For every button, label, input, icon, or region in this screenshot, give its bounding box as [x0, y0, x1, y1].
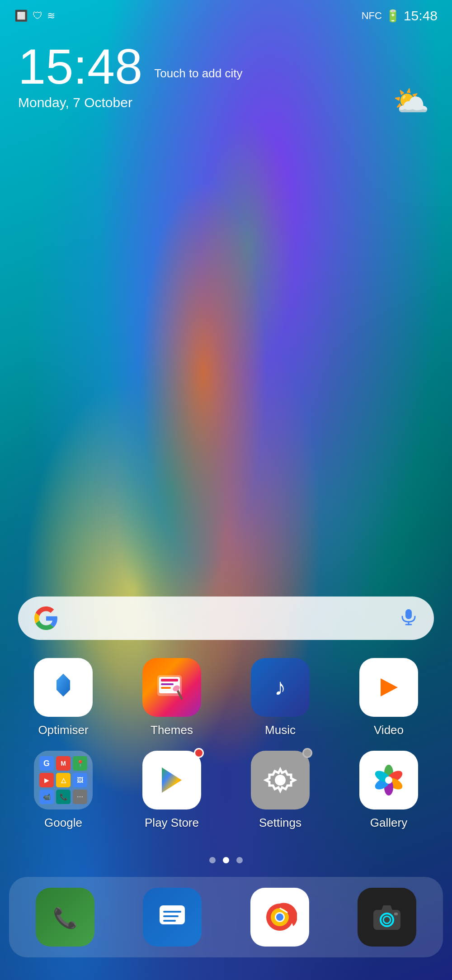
svg-rect-6	[161, 683, 174, 685]
clock-time-text: 15:48	[18, 42, 142, 91]
touch-city-text[interactable]: Touch to add city	[154, 67, 242, 79]
themes-icon	[142, 658, 201, 717]
dock-chrome[interactable]	[228, 888, 331, 947]
page-dots	[0, 848, 452, 877]
settings-icon	[251, 751, 310, 810]
dot-1[interactable]	[209, 857, 216, 863]
battery-icon: 🔋	[386, 9, 400, 23]
svg-point-20	[385, 776, 392, 784]
gallery-icon	[359, 751, 418, 810]
sim-icon: 🔲	[14, 9, 28, 22]
settings-badge	[302, 748, 312, 758]
google-folder-label: Google	[44, 816, 82, 830]
nfc-icon: NFC	[362, 10, 382, 22]
chrome-icon	[250, 888, 309, 947]
app-video[interactable]: Video	[334, 658, 443, 737]
app-playstore[interactable]: Play Store	[118, 751, 226, 830]
gallery-label: Gallery	[370, 816, 407, 830]
svg-marker-11	[381, 678, 398, 696]
playstore-icon	[142, 751, 201, 810]
app-grid: Optimiser Themes	[0, 658, 452, 848]
video-label: Video	[374, 723, 404, 737]
video-icon	[359, 658, 418, 717]
music-label: Music	[265, 723, 296, 737]
app-music[interactable]: ♪ Music	[226, 658, 334, 737]
settings-label: Settings	[259, 816, 301, 830]
app-google-folder[interactable]: G M 📍 ▶ △ 🖼	[9, 751, 118, 830]
optimiser-label: Optimiser	[38, 723, 88, 737]
status-time: 15:48	[404, 8, 438, 24]
search-bar[interactable]	[18, 597, 434, 640]
status-left-icons: 🔲 🛡 ≋	[14, 9, 55, 22]
phone-icon: 📞	[36, 888, 94, 947]
app-themes[interactable]: Themes	[118, 658, 226, 737]
weather-widget[interactable]: ⛅	[393, 82, 429, 118]
dock-phone[interactable]: 📞	[14, 888, 117, 947]
svg-point-13	[275, 775, 286, 786]
svg-text:♪: ♪	[274, 674, 286, 700]
google-folder-icon: G M 📍 ▶ △ 🖼	[34, 751, 93, 810]
playstore-badge	[194, 748, 204, 758]
mic-icon[interactable]	[400, 607, 418, 630]
status-bar: 🔲 🛡 ≋ NFC 🔋 15:48	[0, 0, 452, 28]
svg-rect-0	[405, 609, 412, 619]
clock-display: 15:48 Touch to add city	[18, 42, 434, 91]
clock-date: Monday, 7 October	[18, 95, 434, 110]
music-icon: ♪	[251, 658, 310, 717]
dock-camera[interactable]	[336, 888, 439, 947]
dot-2[interactable]	[223, 857, 229, 863]
wifi-icon: ≋	[47, 10, 55, 22]
app-gallery[interactable]: Gallery	[334, 751, 443, 830]
google-logo	[34, 606, 58, 630]
dock-messages[interactable]	[121, 888, 224, 947]
camera-icon	[358, 888, 416, 947]
app-settings[interactable]: Settings	[226, 751, 334, 830]
svg-marker-31	[381, 905, 392, 910]
dot-3[interactable]	[236, 857, 243, 863]
app-optimiser[interactable]: Optimiser	[9, 658, 118, 737]
svg-text:📞: 📞	[52, 906, 77, 930]
dock: 📞	[9, 877, 443, 957]
svg-marker-12	[162, 767, 182, 793]
clock-section: 15:48 Touch to add city Monday, 7 Octobe…	[0, 28, 452, 115]
shield-status-icon: 🛡	[33, 10, 42, 22]
themes-label: Themes	[151, 723, 193, 737]
playstore-label: Play Store	[145, 816, 199, 830]
status-right-icons: NFC 🔋 15:48	[362, 8, 438, 24]
messages-icon	[143, 888, 202, 947]
search-bar-container	[0, 597, 452, 658]
svg-rect-5	[161, 679, 178, 682]
optimiser-icon	[34, 658, 93, 717]
svg-rect-34	[394, 913, 398, 915]
svg-rect-7	[161, 687, 171, 689]
